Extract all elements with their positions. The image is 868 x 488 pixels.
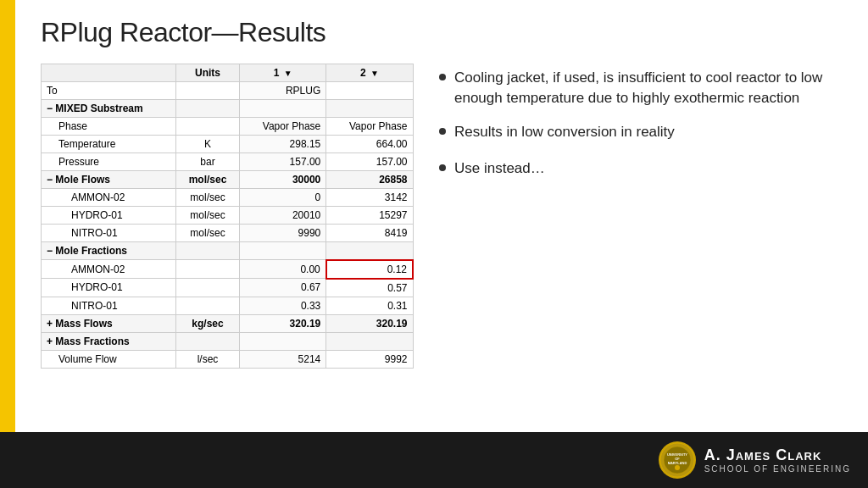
cell-col2: 664.00 xyxy=(326,136,413,153)
cell-col2 xyxy=(326,332,413,350)
table-row: HYDRO-010.670.57 xyxy=(42,279,414,297)
cell-col1: 20010 xyxy=(240,207,326,225)
cell-col2: 157.00 xyxy=(326,153,413,171)
cell-col2 xyxy=(326,242,413,260)
table-section: Units 1 ▼ 2 ▼ ToRPLUG− MIXED SubstreamPh… xyxy=(41,64,414,369)
table-row: − MIXED Substream xyxy=(42,100,414,118)
cell-col2: 0.12 xyxy=(326,260,413,279)
cell-col2: 0.57 xyxy=(326,279,413,297)
table-row: ToRPLUG xyxy=(42,82,414,100)
cell-col1: 0.33 xyxy=(240,297,326,314)
cell-label: − Mole Flows xyxy=(42,171,176,189)
table-row: + Mass Fractions xyxy=(42,332,414,350)
bullet-dot-icon xyxy=(439,74,446,80)
table-row: NITRO-01mol/sec99908419 xyxy=(42,225,414,242)
cell-label: NITRO-01 xyxy=(42,225,176,242)
table-row: + Mass Flowskg/sec320.19320.19 xyxy=(42,314,414,332)
cell-col2: 320.19 xyxy=(326,314,413,332)
cell-col1: Vapor Phase xyxy=(240,118,326,136)
logo-text: A. James Clark School of Engineering xyxy=(704,446,851,474)
cell-col1: 0.00 xyxy=(240,260,326,279)
cell-col2: 9992 xyxy=(326,350,413,368)
cell-label: HYDRO-01 xyxy=(42,207,176,225)
cell-col1: 0 xyxy=(240,189,326,207)
table-row: Pressurebar157.00157.00 xyxy=(42,153,414,171)
table-row: − Mole Fractions xyxy=(42,242,414,260)
cell-label: − Mole Fractions xyxy=(42,242,176,260)
cell-label: Phase xyxy=(42,118,176,136)
cell-label: + Mass Flows xyxy=(42,314,176,332)
cell-label: + Mass Fractions xyxy=(42,332,176,350)
table-row: TemperatureK298.15664.00 xyxy=(42,136,414,153)
list-item: Cooling jacket, if used, is insufficient… xyxy=(439,68,843,108)
results-table: Units 1 ▼ 2 ▼ ToRPLUG− MIXED SubstreamPh… xyxy=(41,64,414,369)
logo-name: A. James Clark xyxy=(704,446,851,464)
cell-col1: 320.19 xyxy=(240,314,326,332)
svg-point-5 xyxy=(675,465,680,470)
page-title: RPlug Reactor—Results xyxy=(41,17,843,48)
title-dash: —Results xyxy=(212,17,326,47)
cell-label: Volume Flow xyxy=(42,350,176,368)
table-row: HYDRO-01mol/sec2001015297 xyxy=(42,207,414,225)
bottom-bar: UNIVERSITY OF MARYLAND A. James Clark Sc… xyxy=(0,432,868,488)
cell-col1 xyxy=(240,242,326,260)
cell-label: − MIXED Substream xyxy=(42,100,176,118)
cell-col1: 9990 xyxy=(240,225,326,242)
table-row: AMMON-020.000.12 xyxy=(42,260,414,279)
cell-col1: 298.15 xyxy=(240,136,326,153)
table-row: − Mole Flowsmol/sec3000026858 xyxy=(42,171,414,189)
cell-col2 xyxy=(326,100,413,118)
main-content: RPlug Reactor—Results Units 1 ▼ 2 ▼ xyxy=(15,0,868,432)
bullet-text: Cooling jacket, if used, is insufficient… xyxy=(454,68,843,108)
cell-col2 xyxy=(326,82,413,100)
cell-units xyxy=(175,332,239,350)
cell-units xyxy=(175,82,239,100)
header-units: Units xyxy=(175,64,239,82)
cell-col1: 0.67 xyxy=(240,279,326,297)
list-item: Results in low conversion in reality xyxy=(439,122,843,142)
cell-col1 xyxy=(240,100,326,118)
list-item: Use instead… xyxy=(439,158,843,179)
cell-units xyxy=(175,242,239,260)
cell-col2: 0.31 xyxy=(326,297,413,314)
cell-col2: 3142 xyxy=(326,189,413,207)
table-row: NITRO-010.330.31 xyxy=(42,297,414,314)
cell-units: kg/sec xyxy=(175,314,239,332)
cell-label: To xyxy=(42,82,176,100)
left-accent-bar xyxy=(0,0,15,432)
cell-units: mol/sec xyxy=(175,189,239,207)
cell-label: AMMON-02 xyxy=(42,189,176,207)
cell-label: HYDRO-01 xyxy=(42,279,176,297)
cell-col2: Vapor Phase xyxy=(326,118,413,136)
logo-subtitle: School of Engineering xyxy=(704,464,851,474)
logo-circle: UNIVERSITY OF MARYLAND xyxy=(659,441,696,479)
cell-col1: RPLUG xyxy=(240,82,326,100)
bullet-text: Results in low conversion in reality xyxy=(454,122,675,142)
table-row: Volume Flowl/sec52149992 xyxy=(42,350,414,368)
cell-units: mol/sec xyxy=(175,171,239,189)
content-layout: Units 1 ▼ 2 ▼ ToRPLUG− MIXED SubstreamPh… xyxy=(41,64,843,369)
cell-units: K xyxy=(175,136,239,153)
cell-units xyxy=(175,297,239,314)
header-col2: 2 ▼ xyxy=(326,64,413,82)
cell-label: Pressure xyxy=(42,153,176,171)
title-text: RPlug Reactor xyxy=(41,17,212,47)
cell-units xyxy=(175,279,239,297)
cell-units: mol/sec xyxy=(175,207,239,225)
cell-units: l/sec xyxy=(175,350,239,368)
cell-col1 xyxy=(240,332,326,350)
bullet-dot-icon xyxy=(439,128,446,135)
table-body: ToRPLUG− MIXED SubstreamPhaseVapor Phase… xyxy=(42,82,414,369)
cell-label: AMMON-02 xyxy=(42,260,176,279)
table-row: PhaseVapor PhaseVapor Phase xyxy=(42,118,414,136)
cell-units xyxy=(175,260,239,279)
bullets-section: Cooling jacket, if used, is insufficient… xyxy=(439,64,843,192)
cell-units xyxy=(175,118,239,136)
bullet-text: Use instead… xyxy=(454,158,545,179)
cell-col2: 15297 xyxy=(326,207,413,225)
header-col1: 1 ▼ xyxy=(240,64,326,82)
cell-units: bar xyxy=(175,153,239,171)
cell-col1: 157.00 xyxy=(240,153,326,171)
bullet-dot-icon xyxy=(439,164,446,171)
cell-col1: 5214 xyxy=(240,350,326,368)
